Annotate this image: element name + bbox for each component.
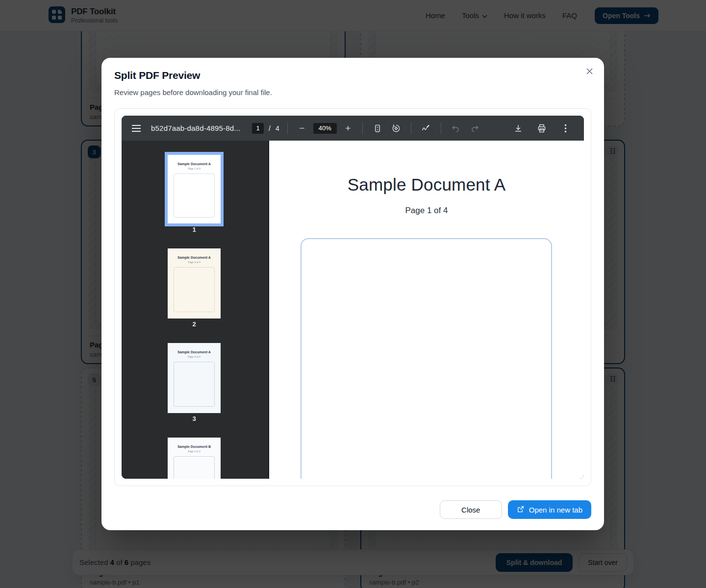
page-number-input[interactable]: 1 <box>252 123 264 134</box>
pdf-viewer: b52d7aab-da8d-4895-8d... 1 / 4 − 40% + <box>122 116 584 479</box>
thumb-doc-sub: Page 4 of 4 <box>168 355 221 358</box>
pdf-viewer-frame: b52d7aab-da8d-4895-8d... 1 / 4 − 40% + <box>114 108 591 486</box>
thumb-doc-title: Sample Document B <box>168 438 221 448</box>
thumbnail-label-2: 2 <box>165 320 224 328</box>
sidebar-menu-icon[interactable] <box>129 122 143 135</box>
page-total: 4 <box>276 124 279 132</box>
thumb-doc-title: Sample Document A <box>168 248 221 259</box>
thumbnail-sidebar: Sample Document A Page 1 of 4 1 Sample D… <box>122 141 269 479</box>
pdf-filename: b52d7aab-da8d-4895-8d... <box>151 124 247 132</box>
print-icon[interactable] <box>535 122 549 135</box>
document-page-line: Page 1 of 4 <box>269 206 584 216</box>
thumb-doc-title: Sample Document A <box>168 155 221 166</box>
zoom-out-button[interactable]: − <box>296 122 308 135</box>
zoom-in-button[interactable]: + <box>342 122 354 135</box>
pdf-viewer-body: Sample Document A Page 1 of 4 1 Sample D… <box>122 141 584 479</box>
more-options-icon[interactable] <box>558 122 572 135</box>
download-icon[interactable] <box>511 122 525 135</box>
modal-subtitle: Review pages before downloading your fin… <box>114 88 272 97</box>
pdf-page-view: Sample Document A Page 1 of 4 <box>269 141 584 479</box>
thumbnail-page-3[interactable]: Sample Document A Page 4 of 4 <box>168 343 221 413</box>
modal-title: Split PDF Preview <box>114 70 200 81</box>
pdf-toolbar: b52d7aab-da8d-4895-8d... 1 / 4 − 40% + <box>122 116 584 141</box>
modal-close-icon[interactable] <box>584 66 595 76</box>
close-button[interactable]: Close <box>440 500 502 519</box>
split-pdf-preview-modal: Split PDF Preview Review pages before do… <box>101 58 604 530</box>
external-link-icon <box>517 505 525 514</box>
modal-actions: Close Open in new tab <box>440 500 591 519</box>
redo-icon[interactable] <box>468 122 481 135</box>
thumbnail-page-2[interactable]: Sample Document A Page 3 of 4 <box>168 248 221 318</box>
document-content-box <box>301 238 552 479</box>
document-title: Sample Document A <box>269 175 584 195</box>
undo-icon[interactable] <box>449 122 463 135</box>
page-separator: / <box>269 124 271 132</box>
thumbnail-label-3: 3 <box>165 415 224 422</box>
thumb-doc-sub: Page 1 of 4 <box>168 167 221 170</box>
thumbnail-label-1: 1 <box>165 226 224 233</box>
thumbnail-page-1[interactable]: Sample Document A Page 1 of 4 <box>165 152 224 226</box>
thumb-doc-sub: Page 3 of 4 <box>168 261 221 264</box>
fit-to-page-icon[interactable] <box>371 122 384 135</box>
zoom-level[interactable]: 40% <box>313 123 337 134</box>
thumbnail-page-4[interactable]: Sample Document B Page 2 of 2 <box>168 438 221 479</box>
rotate-icon[interactable] <box>389 122 403 135</box>
open-in-new-tab-button[interactable]: Open in new tab <box>508 500 591 519</box>
thumb-doc-title: Sample Document A <box>168 343 221 354</box>
annotate-pen-icon[interactable] <box>419 122 433 135</box>
thumb-doc-sub: Page 2 of 2 <box>168 450 221 453</box>
